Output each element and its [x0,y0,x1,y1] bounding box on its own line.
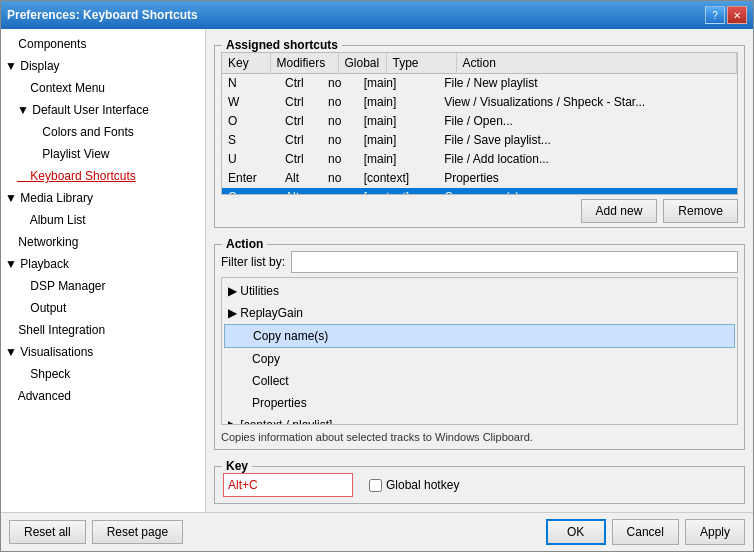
add-new-button[interactable]: Add new [581,199,658,223]
tree-item-shpeck[interactable]: Shpeck [1,363,205,385]
tree-item-networking[interactable]: Networking [1,231,205,253]
col-global: Global [338,53,386,74]
tree-item-advanced[interactable]: Advanced [1,385,205,407]
tree-item-playlist-view[interactable]: Playlist View [1,143,205,165]
global-hotkey-checkbox[interactable] [369,479,382,492]
tree-item-components[interactable]: Components [1,33,205,55]
table-row[interactable]: CAltno[context]Copy name(s) [222,188,737,195]
shortcuts-scroll-area[interactable]: NCtrlno[main]File / New playlistWCtrlno[… [222,74,737,194]
tree-item-context-menu[interactable]: Context Menu [1,77,205,99]
key-input[interactable] [223,473,353,497]
tree-item-output[interactable]: Output [1,297,205,319]
tree-item-dsp-manager[interactable]: DSP Manager [1,275,205,297]
action-info-text: Copies information about selected tracks… [221,429,738,445]
tree-item-playback[interactable]: ▼ Playback [1,253,205,275]
key-section: Key Global hotkey [214,466,745,504]
action-tree-item-collect[interactable]: Collect [224,370,735,392]
assigned-shortcuts-box: Assigned shortcuts Key Modifiers Global … [214,45,745,228]
shortcuts-body: NCtrlno[main]File / New playlistWCtrlno[… [222,74,737,194]
tree-item-shell-integration[interactable]: Shell Integration [1,319,205,341]
table-row[interactable]: SCtrlno[main]File / Save playlist... [222,131,737,150]
apply-button[interactable]: Apply [685,519,745,545]
reset-page-button[interactable]: Reset page [92,520,183,544]
table-header: Key Modifiers Global Type Action [222,53,737,74]
tree-item-display[interactable]: ▼ Display [1,55,205,77]
shortcuts-table: Key Modifiers Global Type Action [222,53,737,74]
close-button[interactable]: ✕ [727,6,747,24]
key-row: Global hotkey [223,473,736,497]
col-type: Type [386,53,456,74]
global-hotkey-group: Global hotkey [369,478,459,492]
preferences-window: Preferences: Keyboard Shortcuts ? ✕ Comp… [0,0,754,552]
assigned-shortcuts-label: Assigned shortcuts [222,38,342,52]
cancel-button[interactable]: Cancel [612,519,679,545]
filter-input[interactable] [291,251,738,273]
tree-item-album-list[interactable]: Album List [1,209,205,231]
content-area: Components▼ Display Context Menu▼ Defaul… [1,29,753,512]
key-box: Key Global hotkey [214,466,745,504]
table-row[interactable]: NCtrlno[main]File / New playlist [222,74,737,93]
filter-label: Filter list by: [221,255,285,269]
ok-button[interactable]: OK [546,519,606,545]
col-modifiers: Modifiers [270,53,338,74]
help-button[interactable]: ? [705,6,725,24]
remove-button[interactable]: Remove [663,199,738,223]
tree-panel: Components▼ Display Context Menu▼ Defaul… [1,29,206,512]
right-panel: Assigned shortcuts Key Modifiers Global … [206,29,753,512]
filter-row: Filter list by: [221,251,738,273]
action-tree-container: ▶ Utilities▶ ReplayGain Copy name(s) Cop… [221,277,738,425]
col-key: Key [222,53,270,74]
title-bar: Preferences: Keyboard Shortcuts ? ✕ [1,1,753,29]
bottom-bar: Reset all Reset page OK Cancel Apply [1,512,753,551]
global-hotkey-label: Global hotkey [386,478,459,492]
bottom-right-buttons: OK Cancel Apply [546,519,745,545]
action-section-label: Action [222,237,267,251]
tree-item-colors-fonts[interactable]: Colors and Fonts [1,121,205,143]
shortcuts-buttons: Add new Remove [221,199,738,223]
action-tree-item-replaygain[interactable]: ▶ ReplayGain [224,302,735,324]
table-row[interactable]: OCtrlno[main]File / Open... [222,112,737,131]
action-tree-item-copy[interactable]: Copy [224,348,735,370]
action-tree-item-copy-names[interactable]: Copy name(s) [224,324,735,348]
window-title: Preferences: Keyboard Shortcuts [7,8,198,22]
shortcuts-table-container: Key Modifiers Global Type Action NCtrln [221,52,738,195]
col-action: Action [456,53,737,74]
action-tree-scroll[interactable]: ▶ Utilities▶ ReplayGain Copy name(s) Cop… [222,278,737,424]
tree-item-media-library[interactable]: ▼ Media Library [1,187,205,209]
table-row[interactable]: EnterAltno[context]Properties [222,169,737,188]
table-row[interactable]: WCtrlno[main]View / Visualizations / Shp… [222,93,737,112]
key-section-label: Key [222,459,252,473]
bottom-left-buttons: Reset all Reset page [9,520,183,544]
action-tree-item-context-playlist[interactable]: ▶ [context / playlist] [224,414,735,424]
table-row[interactable]: UCtrlno[main]File / Add location... [222,150,737,169]
tree-item-visualisations[interactable]: ▼ Visualisations [1,341,205,363]
action-tree-item-properties[interactable]: Properties [224,392,735,414]
action-section: Action Filter list by: ▶ Utilities▶ Repl… [214,244,745,450]
tree-item-default-ui[interactable]: ▼ Default User Interface [1,99,205,121]
action-box: Action Filter list by: ▶ Utilities▶ Repl… [214,244,745,450]
window-controls: ? ✕ [705,6,747,24]
reset-all-button[interactable]: Reset all [9,520,86,544]
action-tree-item-utilities[interactable]: ▶ Utilities [224,280,735,302]
tree-item-keyboard-shortcuts[interactable]: Keyboard Shortcuts [1,165,205,187]
assigned-shortcuts-section: Assigned shortcuts Key Modifiers Global … [214,45,745,228]
